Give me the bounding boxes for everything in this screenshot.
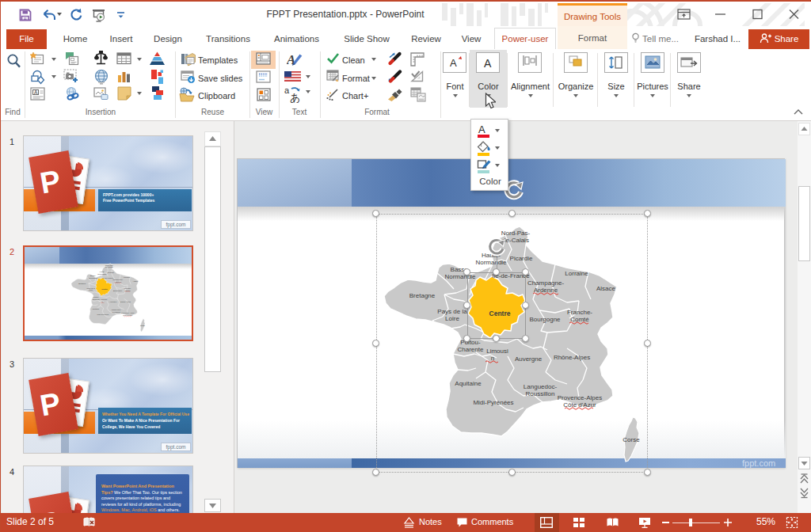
svg-text:A: A (287, 52, 295, 67)
svg-text:a: a (284, 86, 290, 95)
svg-text:あ: あ (290, 92, 300, 103)
svg-text:A: A (478, 124, 485, 135)
svg-text:A: A (450, 57, 457, 69)
svg-text:A: A (34, 89, 38, 95)
svg-text:A: A (484, 57, 492, 70)
